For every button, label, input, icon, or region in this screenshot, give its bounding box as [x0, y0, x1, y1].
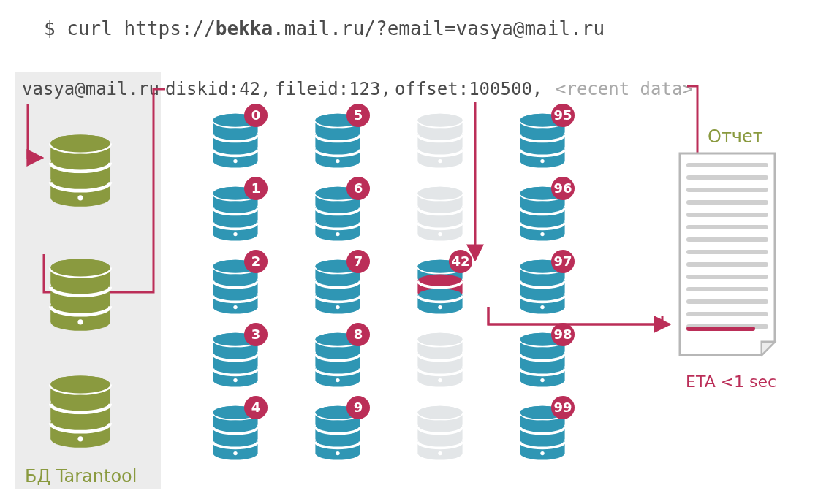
svg-text:offset:100500,: offset:100500,: [395, 79, 542, 99]
svg-point-74: [438, 159, 442, 163]
svg-point-39: [233, 378, 237, 382]
disk-badge-label: 8: [354, 327, 363, 342]
report: Отчет ETA <1 sec: [680, 126, 776, 391]
disk-badge-label: 1: [251, 180, 261, 196]
svg-point-19: [77, 436, 83, 441]
disk-badge-label: 6: [354, 180, 363, 196]
svg-point-84: [438, 305, 442, 309]
svg-text:<recent_data>: <recent_data>: [556, 79, 693, 99]
disk-badge-label: 96: [553, 180, 572, 196]
svg-point-24: [233, 159, 237, 163]
report-label: Отчет: [708, 126, 763, 147]
svg-point-13: [50, 259, 110, 276]
tarantool-db-1: [50, 259, 110, 330]
disk-badge-label: 0: [251, 107, 261, 123]
eta-label: ETA <1 sec: [686, 373, 776, 391]
disk-cell: [417, 406, 462, 460]
svg-point-119: [540, 451, 544, 455]
svg-point-18: [50, 375, 110, 393]
tarantool-db-0: [50, 134, 110, 206]
svg-point-109: [540, 305, 544, 309]
svg-text:diskid:42,: diskid:42,: [165, 79, 271, 99]
disk-cell: [417, 114, 462, 168]
disk-cell: [417, 187, 462, 241]
svg-point-44: [233, 451, 237, 455]
tarantool-label: БД Tarantool: [25, 466, 137, 486]
svg-point-59: [336, 305, 339, 309]
svg-point-29: [233, 232, 237, 236]
tarantool-dbs: [50, 134, 110, 447]
email-text: vasya@mail.ru: [22, 79, 159, 99]
disk-badge-label: 7: [354, 253, 363, 269]
svg-text:fileid:123,: fileid:123,: [275, 79, 391, 99]
svg-point-88: [417, 333, 462, 346]
disk-badge-label: 98: [553, 327, 572, 342]
arrow-disk42-to-report: [488, 307, 670, 324]
disk-badge-label: 9: [354, 400, 363, 415]
svg-point-99: [540, 159, 544, 163]
svg-point-104: [540, 232, 544, 236]
storage-grid: 0123456789429596979899: [213, 104, 575, 460]
svg-point-54: [336, 232, 339, 236]
svg-point-73: [417, 114, 462, 127]
disk-badge-label: 4: [251, 400, 261, 415]
svg-point-93: [417, 406, 462, 419]
disk-badge-label: 99: [553, 400, 572, 415]
svg-point-79: [438, 232, 442, 236]
tarantool-db-2: [50, 375, 110, 447]
svg-point-69: [336, 451, 339, 455]
svg-point-14: [77, 319, 83, 324]
disk-badge-label: 3: [251, 327, 261, 342]
arrow-disk42-out: [488, 307, 662, 324]
disk-cell: [417, 333, 462, 387]
disk-badge-label: 42: [451, 253, 469, 269]
svg-point-49: [336, 159, 339, 163]
svg-point-89: [438, 378, 442, 382]
svg-point-78: [417, 187, 462, 200]
disk-badge-label: 95: [553, 107, 572, 123]
disk-badge-label: 5: [354, 107, 363, 123]
svg-point-8: [50, 134, 110, 152]
svg-point-34: [233, 305, 237, 309]
svg-point-9: [77, 195, 83, 200]
cmd-line: $ curl https://bekka.mail.ru/?email=vasy…: [44, 18, 605, 39]
svg-point-94: [438, 451, 442, 455]
svg-point-114: [540, 378, 544, 382]
meta-line: diskid:42, fileid:123, offset:100500, <r…: [165, 79, 693, 99]
svg-point-64: [336, 378, 339, 382]
disk-badge-label: 2: [251, 253, 261, 269]
disk-badge-label: 97: [553, 253, 572, 269]
